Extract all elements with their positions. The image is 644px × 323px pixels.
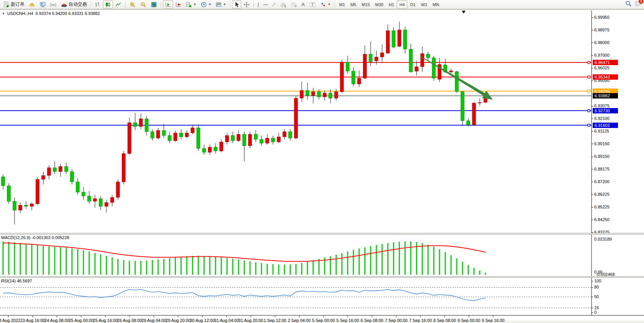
fibonacci-tool-button[interactable]: F — [289, 0, 299, 8]
date-axis-label: 23 Aug 16:00 — [20, 318, 45, 323]
timeframe-button-h1[interactable]: H1 — [386, 0, 397, 8]
price-axis-label: 6.87200 — [594, 179, 610, 184]
rsi-axis-label: 80 — [594, 285, 599, 289]
notifications-button[interactable]: 1 — [635, 0, 642, 7]
macd-indicator-label: MACD(12,26,9) -0.001302 0.005228 — [1, 235, 69, 240]
current-price-badge: 6.93882 — [593, 93, 618, 98]
signal-icon — [50, 2, 57, 8]
web-terminal-button[interactable] — [38, 0, 48, 8]
candlestick-chart-icon — [105, 2, 111, 8]
price-axis-label: 6.86225 — [594, 192, 610, 197]
toolbar-grip — [90, 1, 92, 8]
chart-shift-icon — [175, 2, 181, 8]
timeframe-button-m5[interactable]: M5 — [348, 0, 359, 8]
vertical-line-tool-button[interactable]: | — [256, 0, 261, 8]
price-axis-label: 6.92100 — [594, 116, 610, 121]
auto-scroll-icon — [165, 2, 171, 8]
tile-windows-button[interactable] — [149, 0, 159, 8]
trendline-tool-button[interactable]: ⟋ — [270, 0, 278, 8]
svg-text:T: T — [311, 3, 314, 7]
templates-button[interactable]: ▼ — [214, 0, 228, 8]
date-axis-label: 8 Sep 08:00 — [433, 318, 456, 323]
timeframe-button-m1[interactable]: M1 — [337, 0, 348, 8]
price-axis-label: 6.89150 — [594, 154, 610, 159]
dropdown-arrow-icon: ▼ — [193, 3, 196, 6]
new-order-label: 新订单 — [11, 1, 25, 8]
bar-chart-button[interactable] — [93, 0, 103, 8]
text-label-icon: T — [309, 2, 316, 8]
chart-title: ▼ USDCNH-,H4 6.93374 6.94200 6.93331 6.9… — [2, 11, 100, 16]
zoom-out-button[interactable] — [138, 0, 149, 8]
collapse-arrow-icon[interactable]: ▼ — [2, 12, 5, 15]
date-axis-label: 5 Sep 16:00 — [337, 318, 359, 323]
cursor-tool-button[interactable] — [232, 0, 241, 8]
timeframe-button-d1[interactable]: D1 — [407, 0, 418, 8]
price-level-badge: 6.92730 — [593, 108, 618, 113]
new-order-icon — [3, 2, 10, 8]
timeframe-button-m30[interactable]: M30 — [373, 0, 386, 8]
chart-window: ▼ USDCNH-,H4 6.93374 6.94200 6.93331 6.9… — [0, 9, 644, 323]
channel-tool-button[interactable]: E — [278, 0, 288, 8]
date-axis-label: 29 Aug 20:00 — [166, 318, 191, 323]
text-tool-button[interactable]: A — [299, 0, 307, 8]
timeframe-button-mn[interactable]: MN — [430, 0, 442, 8]
auto-scroll-button[interactable] — [163, 0, 173, 8]
zoom-in-button[interactable] — [127, 0, 138, 8]
rsi-axis-label: 100 — [594, 279, 601, 283]
date-axis-label: 9 Sep 00:00 — [458, 318, 480, 323]
line-chart-icon — [115, 2, 121, 8]
chart-shift-button[interactable] — [173, 0, 183, 8]
line-chart-button[interactable] — [113, 0, 123, 8]
date-axis-label: 9 Sep 16:00 — [482, 318, 504, 323]
toolbar-grip — [334, 1, 335, 8]
dropdown-arrow-icon: ▼ — [223, 3, 226, 6]
price-axis-label: 6.99950 — [594, 15, 610, 20]
date-axis-label: 25 Aug 16:00 — [93, 318, 118, 323]
toolbar-right-group: 1 — [625, 0, 642, 7]
signals-button[interactable] — [48, 0, 59, 8]
trendline-icon: ⟋ — [272, 2, 276, 7]
timeframe-button-w1[interactable]: W1 — [418, 0, 430, 8]
timeframe-button-m15[interactable]: M15 — [359, 0, 372, 8]
date-axis-label: 25 Aug 00:00 — [69, 318, 93, 323]
main-toolbar: 新订单 自动交易 — [0, 0, 644, 9]
auto-trading-label: 自动交易 — [69, 1, 87, 8]
auto-trading-button[interactable]: 自动交易 — [59, 0, 89, 8]
fibonacci-icon: F — [291, 2, 297, 8]
template-icon — [216, 2, 222, 8]
date-axis-label: 7 Sep 16:00 — [409, 318, 432, 323]
search-icon[interactable] — [625, 0, 632, 7]
label-tool-button[interactable]: T — [307, 0, 318, 8]
date-axis-label: 1 Sep 12:00 — [264, 318, 286, 323]
crosshair-icon — [244, 2, 250, 8]
add-indicator-button[interactable]: ▼ — [184, 0, 198, 8]
deposit-button[interactable] — [27, 0, 37, 8]
price-axis-label: 6.84250 — [594, 217, 610, 222]
periods-button[interactable]: ▼ — [199, 0, 213, 8]
timeframe-button-h4[interactable]: H4 — [397, 0, 407, 8]
horizontal-line-icon: — — [263, 2, 268, 7]
chart-ohlc-values: 6.93374 6.94200 6.93331 6.93882 — [36, 11, 100, 16]
arrows-icon — [320, 2, 326, 8]
price-level-badge: 6.95343 — [593, 74, 618, 80]
date-axis-label: 24 Aug 08:00 — [44, 318, 69, 323]
new-order-button[interactable]: 新订单 — [2, 0, 26, 8]
price-axis-label: 6.90150 — [594, 141, 610, 146]
arrows-tool-button[interactable]: ▼ — [318, 0, 333, 8]
price-level-badge: 6.91602 — [593, 123, 618, 128]
crosshair-tool-button[interactable] — [242, 0, 252, 8]
bar-chart-icon — [95, 2, 101, 8]
tile-windows-icon — [151, 2, 157, 8]
timeframe-group: M1M5M15M30H1H4D1W1MN — [337, 0, 442, 8]
date-axis-label: 31 Aug 20:00 — [239, 318, 263, 323]
pane-splitter[interactable] — [0, 276, 644, 278]
rsi-axis-label: 0 — [594, 310, 597, 315]
horizontal-line-tool-button[interactable]: — — [261, 0, 270, 8]
scroll-end-marker-icon[interactable] — [462, 11, 466, 13]
pane-splitter[interactable] — [0, 233, 644, 234]
price-axis-label: 6.91125 — [594, 129, 609, 133]
auto-trading-icon — [61, 2, 67, 8]
zoom-out-icon — [140, 2, 147, 8]
candlestick-chart-button[interactable] — [103, 0, 113, 8]
gold-ingot-icon — [29, 2, 35, 8]
